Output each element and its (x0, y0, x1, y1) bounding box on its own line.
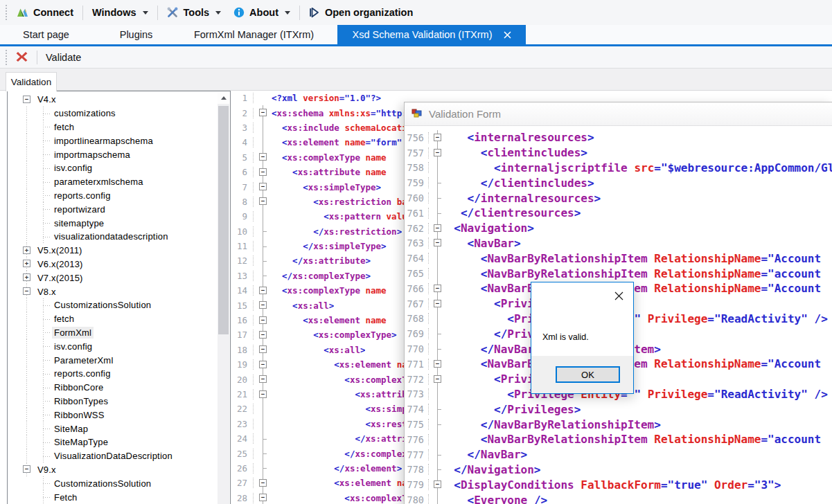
tree-item-V8.x[interactable]: −V8.x (8, 285, 218, 298)
fold-collapse-icon[interactable]: − (434, 149, 441, 156)
tree-item-fetch[interactable]: fetch (8, 120, 218, 134)
tree-item-isv.config[interactable]: isv.config (8, 161, 218, 175)
tab-validation[interactable]: Validation (6, 72, 57, 91)
fold-collapse-icon[interactable]: − (259, 331, 267, 339)
code-line: 778 </Navigation> (405, 462, 832, 478)
tab-plugins[interactable]: Plugins (92, 25, 180, 44)
line-number: 772 (405, 374, 429, 385)
tab-xsd-schema-validation[interactable]: Xsd Schema Validation (ITXrm) (337, 25, 526, 44)
tree-item-isv.config[interactable]: isv.config (8, 339, 218, 353)
fold-collapse-icon[interactable]: − (259, 197, 267, 205)
tab-close-icon[interactable] (504, 31, 511, 39)
tree-item-V4.x[interactable]: −V4.x (8, 93, 218, 107)
tree-item-Fetch[interactable]: Fetch (8, 490, 218, 504)
tree-item-parameterxmlschema[interactable]: parameterxmlschema (8, 175, 218, 189)
tree-item-RibbonTypes[interactable]: RibbonTypes (8, 395, 218, 408)
code-line: 762− <Navigation> (405, 221, 832, 236)
schema-tree[interactable]: −V4.xcustomizationsfetchimportlinearmaps… (7, 91, 231, 504)
tree-item-fetch[interactable]: fetch (8, 312, 218, 326)
menu-item-windows[interactable]: Windows (86, 3, 154, 22)
fold-collapse-icon[interactable]: − (259, 345, 267, 353)
fold-collapse-icon[interactable]: − (434, 360, 441, 368)
fold-margin (429, 266, 441, 281)
fold-collapse-icon[interactable]: − (259, 183, 267, 190)
tree-item-reportwizard[interactable]: reportwizard (8, 202, 218, 216)
fold-collapse-icon[interactable]: − (434, 285, 441, 292)
code-line: 758 <internaljscriptfile src="$webresour… (405, 161, 832, 176)
tree-connector (26, 134, 27, 147)
fold-collapse-icon[interactable]: − (259, 390, 267, 398)
collapse-icon[interactable]: − (23, 287, 30, 295)
collapse-icon[interactable]: − (23, 465, 30, 473)
fold-collapse-icon[interactable]: − (259, 301, 267, 309)
tree-item-FormXml[interactable]: FormXml (8, 326, 218, 340)
tree-item-SiteMapType[interactable]: SiteMapType (8, 435, 218, 449)
tab-label: FormXml Manager (ITXrm) (194, 29, 314, 40)
tree-item-CustomizationsSolution[interactable]: CustomizationsSolution (8, 298, 218, 312)
collapse-icon[interactable]: − (23, 96, 30, 103)
tree-item-ParameterXml[interactable]: ParameterXml (8, 353, 218, 367)
expand-icon[interactable]: + (23, 260, 30, 267)
scroll-up-button[interactable] (218, 92, 229, 104)
fold-collapse-icon[interactable]: − (259, 287, 267, 294)
tree-item-reports.config[interactable]: reports.config (8, 367, 218, 381)
tree-item-V5.x(2011)[interactable]: +V5.x(2011) (8, 244, 218, 258)
fold-collapse-icon[interactable]: − (259, 494, 267, 501)
tree-item-VisualizationDataDescription[interactable]: VisualizationDataDescription (8, 449, 218, 463)
tree-item-V6.x(2013)[interactable]: +V6.x(2013) (8, 258, 218, 271)
dialog-title-bar[interactable]: Validation Form (405, 102, 832, 126)
fold-collapse-icon[interactable]: − (434, 375, 441, 383)
tree-item-customizations[interactable]: customizations (8, 107, 218, 120)
fold-collapse-icon[interactable]: − (434, 224, 441, 232)
code-text: </NavBar> (441, 448, 527, 461)
fold-collapse-icon[interactable]: − (434, 134, 441, 141)
ok-button[interactable]: OK (556, 366, 620, 383)
tree-scrollbar[interactable] (218, 92, 229, 504)
menu-item-label: Connect (33, 7, 73, 18)
code-text: <internaljscriptfile src="$webresource:A… (441, 161, 832, 174)
menu-item-label: Tools (184, 7, 210, 18)
fold-collapse-icon[interactable]: − (259, 109, 267, 116)
expand-icon[interactable]: + (23, 246, 30, 254)
fold-collapse-icon[interactable]: − (434, 300, 441, 307)
expand-icon[interactable]: + (23, 273, 30, 281)
fold-collapse-icon[interactable]: − (434, 239, 441, 246)
tree-item-V7.x(2015)[interactable]: +V7.x(2015) (8, 271, 218, 285)
tree-item-CustomizationsSolution[interactable]: CustomizationsSolution (8, 476, 218, 490)
tab-start-page[interactable]: Start page (0, 25, 92, 44)
line-number: 10 (233, 226, 254, 237)
menu-item-tools[interactable]: Tools (161, 3, 228, 22)
menu-item-about[interactable]: About (227, 3, 296, 22)
message-box-close-button[interactable] (612, 289, 625, 302)
tree-item-visualizationdatadescription[interactable]: visualizationdatadescription (8, 230, 218, 244)
tree-item-label: RibbonTypes (52, 395, 110, 407)
tab-formxml-manager[interactable]: FormXml Manager (ITXrm) (180, 25, 328, 44)
fold-margin (254, 269, 272, 283)
fold-collapse-icon[interactable]: − (259, 153, 267, 161)
scrollbar-thumb[interactable] (218, 106, 229, 334)
tree-item-reports.config[interactable]: reports.config (8, 189, 218, 203)
tree-item-importlinearmapschema[interactable]: importlinearmapschema (8, 134, 218, 147)
tree-item-sitemaptype[interactable]: sitemaptype (8, 216, 218, 230)
fold-margin: − (429, 145, 441, 161)
validate-button[interactable]: Validate (41, 48, 86, 66)
tree-item-RibbonCore[interactable]: RibbonCore (8, 381, 218, 395)
tree-item-label: ParameterXml (52, 354, 115, 366)
tree-item-importmapschema[interactable]: importmapschema (8, 147, 218, 161)
tree-item-V9.x[interactable]: −V9.x (8, 463, 218, 477)
fold-collapse-icon[interactable]: − (434, 480, 441, 488)
fold-collapse-icon[interactable]: − (259, 316, 267, 324)
close-plugin-button[interactable] (10, 48, 33, 66)
menu-item-open-organization[interactable]: Open organization (303, 3, 419, 22)
tree-connector (43, 223, 51, 224)
fold-collapse-icon[interactable]: − (259, 479, 267, 487)
fold-collapse-icon[interactable]: − (259, 168, 267, 176)
line-number: 7 (233, 182, 254, 192)
fold-margin (254, 402, 272, 416)
tree-item-RibbonWSS[interactable]: RibbonWSS (8, 408, 218, 422)
tree-connector (26, 147, 27, 161)
tree-item-SiteMap[interactable]: SiteMap (8, 422, 218, 435)
fold-collapse-icon[interactable]: − (259, 375, 267, 383)
fold-collapse-icon[interactable]: − (259, 361, 267, 368)
menu-item-connect[interactable]: Connect (10, 3, 80, 22)
